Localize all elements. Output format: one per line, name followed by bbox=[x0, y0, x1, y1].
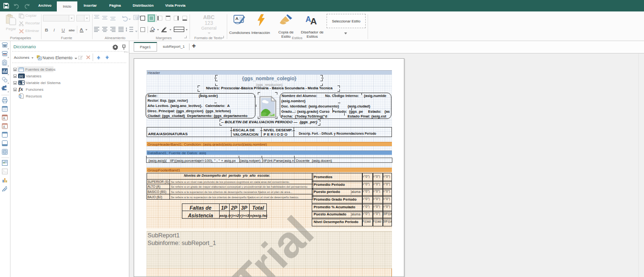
svg-text:A: A bbox=[3, 117, 5, 120]
svg-text:A: A bbox=[3, 125, 5, 128]
svg-text:(x): (x) bbox=[19, 75, 23, 78]
svg-text:A: A bbox=[310, 16, 317, 26]
svg-text:A: A bbox=[235, 16, 239, 21]
svg-text:x: x bbox=[19, 82, 21, 85]
